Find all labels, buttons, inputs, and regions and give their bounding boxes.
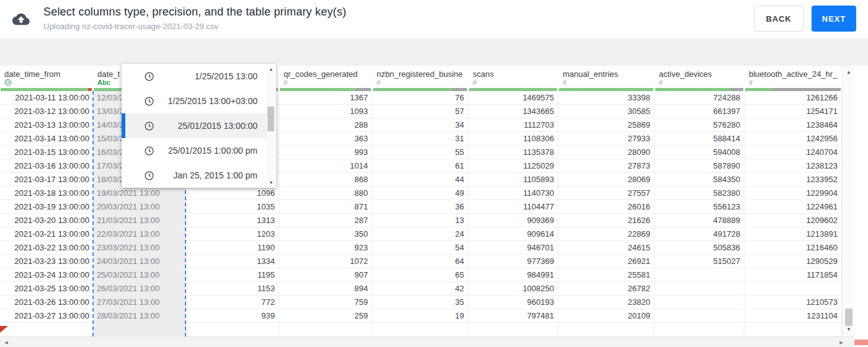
- table-cell[interactable]: 1213891: [745, 227, 842, 240]
- next-button[interactable]: NEXT: [812, 6, 856, 32]
- table-cell[interactable]: 27933: [558, 132, 655, 145]
- dropdown-scrollbar-thumb[interactable]: [267, 107, 274, 131]
- table-cell[interactable]: [655, 296, 745, 309]
- table-cell[interactable]: 34: [372, 118, 468, 131]
- table-cell[interactable]: 576280: [655, 118, 745, 131]
- table-cell[interactable]: 1195: [186, 268, 279, 281]
- table-cell[interactable]: 1229904: [745, 187, 842, 200]
- table-cell[interactable]: 1035: [186, 200, 279, 213]
- table-cell[interactable]: 1334: [186, 255, 279, 268]
- table-cell[interactable]: 1171854: [745, 268, 842, 281]
- table-cell[interactable]: 1313: [186, 214, 279, 227]
- table-cell[interactable]: 984991: [468, 268, 558, 281]
- table-cell[interactable]: [655, 309, 745, 322]
- table-cell[interactable]: 1254171: [745, 105, 842, 118]
- table-cell[interactable]: 1096: [186, 187, 279, 200]
- table-cell[interactable]: [655, 268, 745, 281]
- column-header-date_time_from[interactable]: date_time_from: [0, 66, 93, 91]
- table-cell[interactable]: 2021-03-14 13:00:00: [0, 132, 93, 145]
- table-cell[interactable]: 2021-03-20 13:00:00: [0, 214, 93, 227]
- table-cell[interactable]: 31: [372, 132, 468, 145]
- table-cell[interactable]: [279, 323, 372, 336]
- table-cell[interactable]: 1140730: [468, 187, 558, 200]
- table-cell[interactable]: 724288: [655, 91, 745, 104]
- table-cell[interactable]: 64: [372, 255, 468, 268]
- table-cell[interactable]: 993: [279, 146, 372, 159]
- table-cell[interactable]: 2021-03-22 13:00:00: [0, 241, 93, 254]
- table-cell[interactable]: [655, 282, 745, 295]
- table-cell[interactable]: 1242956: [745, 132, 842, 145]
- table-cell[interactable]: 19/03/2021 13:00: [93, 187, 186, 200]
- table-cell[interactable]: 894: [279, 282, 372, 295]
- column-header-qr_codes_generated[interactable]: qr_codes_generated#: [279, 66, 372, 91]
- table-cell[interactable]: 2021-03-21 13:00:00: [0, 227, 93, 240]
- table-cell[interactable]: 36: [372, 200, 468, 213]
- table-cell[interactable]: 27/03/2021 13:00: [93, 296, 186, 309]
- scroll-down-arrow-icon[interactable]: ▼: [843, 325, 855, 334]
- dropdown-scroll-up-icon[interactable]: ▲: [266, 65, 276, 73]
- table-cell[interactable]: 2021-03-18 13:00:00: [0, 187, 93, 200]
- table-cell[interactable]: 25581: [558, 268, 655, 281]
- table-cell[interactable]: 27873: [558, 159, 655, 172]
- table-cell[interactable]: 65: [372, 268, 468, 281]
- table-cell[interactable]: 44: [372, 173, 468, 186]
- table-cell[interactable]: 259: [279, 309, 372, 322]
- table-cell[interactable]: 22869: [558, 227, 655, 240]
- table-cell[interactable]: 2021-03-19 13:00:00: [0, 200, 93, 213]
- table-cell[interactable]: 871: [279, 200, 372, 213]
- table-cell[interactable]: 25/03/2021 13:00: [93, 268, 186, 281]
- table-cell[interactable]: 2021-03-16 13:00:00: [0, 159, 93, 172]
- table-cell[interactable]: 2021-03-17 13:00:00: [0, 173, 93, 186]
- table-cell[interactable]: 909369: [468, 214, 558, 227]
- table-cell[interactable]: 24/03/2021 13:00: [93, 255, 186, 268]
- table-cell[interactable]: 26782: [558, 282, 655, 295]
- back-button[interactable]: BACK: [754, 6, 803, 32]
- table-cell[interactable]: 24615: [558, 241, 655, 254]
- table-cell[interactable]: 1093: [279, 105, 372, 118]
- table-cell[interactable]: 977369: [468, 255, 558, 268]
- table-cell[interactable]: 1125029: [468, 159, 558, 172]
- column-header-scans[interactable]: scans#: [468, 66, 558, 91]
- table-cell[interactable]: 57: [372, 105, 468, 118]
- table-cell[interactable]: 288: [279, 118, 372, 131]
- table-cell[interactable]: 588414: [655, 132, 745, 145]
- table-cell[interactable]: 2021-03-26 13:00:00: [0, 296, 93, 309]
- column-header-manual_entries[interactable]: manual_entries#: [558, 66, 655, 91]
- table-cell[interactable]: 2021-03-25 13:00:00: [0, 282, 93, 295]
- table-cell[interactable]: [186, 323, 279, 336]
- table-cell[interactable]: 1469575: [468, 91, 558, 104]
- table-cell[interactable]: 1008250: [468, 282, 558, 295]
- table-cell[interactable]: 1238464: [745, 118, 842, 131]
- table-cell[interactable]: 1231104: [745, 309, 842, 322]
- table-cell[interactable]: 26/03/2021 13:00: [93, 282, 186, 295]
- table-cell[interactable]: 26016: [558, 200, 655, 213]
- dropdown-option[interactable]: Jan 25, 2015 1:00 pm: [122, 163, 266, 188]
- table-cell[interactable]: 2021-03-15 13:00:00: [0, 146, 93, 159]
- table-cell[interactable]: 505836: [655, 241, 745, 254]
- table-cell[interactable]: [468, 323, 558, 336]
- table-cell[interactable]: 25869: [558, 118, 655, 131]
- table-cell[interactable]: 28090: [558, 146, 655, 159]
- table-cell[interactable]: 960193: [468, 296, 558, 309]
- table-cell[interactable]: 1112703: [468, 118, 558, 131]
- table-cell[interactable]: 1153: [186, 282, 279, 295]
- table-cell[interactable]: 1367: [279, 91, 372, 104]
- table-cell[interactable]: 23/03/2021 13:00: [93, 241, 186, 254]
- table-cell[interactable]: 1108306: [468, 132, 558, 145]
- dropdown-scroll-down-icon[interactable]: ▼: [266, 178, 276, 187]
- table-cell[interactable]: 939: [186, 309, 279, 322]
- table-cell[interactable]: 2021-03-27 13:00:00: [0, 309, 93, 322]
- table-cell[interactable]: 42: [372, 282, 468, 295]
- table-cell[interactable]: 350: [279, 227, 372, 240]
- table-cell[interactable]: 33398: [558, 91, 655, 104]
- column-header-active_devices[interactable]: active_devices#: [655, 66, 745, 91]
- column-header-bluetooth_active_24_hr_[interactable]: bluetooth_active_24_hr_#: [745, 66, 842, 91]
- table-cell[interactable]: [745, 323, 842, 336]
- table-cell[interactable]: 772: [186, 296, 279, 309]
- horizontal-scrollbar[interactable]: ◀ ▶: [0, 336, 854, 347]
- table-cell[interactable]: 556123: [655, 200, 745, 213]
- table-cell[interactable]: 61: [372, 159, 468, 172]
- table-cell[interactable]: 2021-03-23 13:00:00: [0, 255, 93, 268]
- table-cell[interactable]: [655, 323, 745, 336]
- table-cell[interactable]: 478889: [655, 214, 745, 227]
